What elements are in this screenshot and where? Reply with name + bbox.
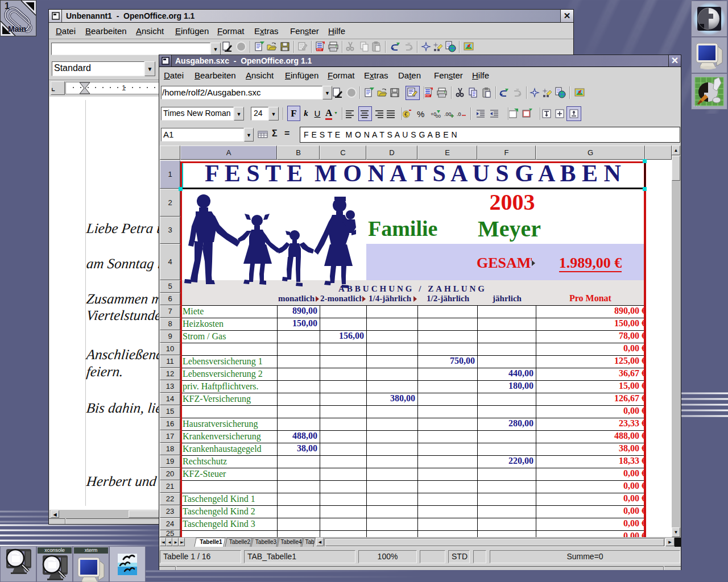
svg-text:€: € — [404, 111, 408, 118]
svg-text:%: % — [417, 109, 424, 119]
svg-text:.0: .0 — [457, 111, 461, 117]
svg-text:.00: .00 — [444, 111, 452, 117]
svg-text:00: 00 — [436, 114, 441, 119]
